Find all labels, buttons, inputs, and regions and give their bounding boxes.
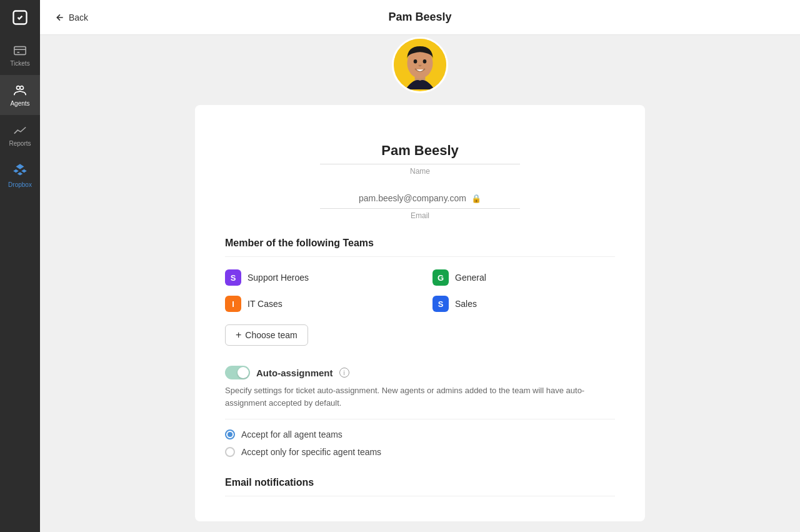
svg-point-2 (17, 86, 21, 89)
content-area: Pam Beesly Name pam.beesly@company.com 🔒… (40, 35, 800, 532)
radio-label-specific: Accept only for specific agent teams (241, 447, 381, 457)
name-field-group: Pam Beesly Name (225, 143, 615, 176)
page-title: Pam Beesly (388, 11, 451, 24)
radio-label-all: Accept for all agent teams (241, 429, 342, 439)
name-label: Name (225, 167, 615, 176)
sidebar-item-tickets[interactable]: Tickets (0, 35, 40, 75)
radio-specific-teams[interactable]: Accept only for specific agent teams (225, 447, 615, 457)
team-item-sales: S Sales (432, 296, 615, 312)
back-arrow-icon (55, 13, 65, 23)
svg-rect-1 (14, 46, 26, 54)
email-label: Email (225, 211, 615, 220)
dropbox-icon (12, 163, 28, 179)
toggle-knob (238, 367, 249, 378)
svg-point-7 (414, 59, 418, 64)
avatar (392, 37, 448, 93)
avatar-wrapper (392, 37, 448, 93)
team-badge-it: I (225, 296, 241, 312)
profile-email: pam.beesly@company.com (359, 193, 466, 203)
radio-outer-all (225, 429, 235, 439)
radio-inner-all (228, 432, 232, 437)
lock-icon: 🔒 (471, 194, 481, 203)
sidebar-item-agents[interactable]: Agents (0, 75, 40, 115)
team-name-it: IT Cases (248, 299, 282, 309)
sidebar-item-reports[interactable]: Reports (0, 115, 40, 155)
auto-assignment-label: Auto-assignment (256, 368, 333, 378)
radio-outer-specific (225, 447, 235, 457)
sidebar-item-dropbox[interactable]: Dropbox (0, 155, 40, 195)
team-badge-general: G (432, 269, 449, 286)
tickets-icon (13, 44, 27, 58)
tickets-label: Tickets (10, 60, 29, 67)
avatar-image (394, 37, 446, 91)
teams-section-title: Member of the following Teams (225, 238, 615, 257)
teams-section: Member of the following Teams S Support … (225, 238, 615, 346)
back-label: Back (69, 13, 88, 23)
auto-assignment-toggle[interactable] (225, 366, 250, 379)
auto-assignment-section: Auto-assignment i Specify settings for t… (225, 366, 615, 457)
teams-grid: S Support Heroes G General I IT Cases (225, 269, 615, 312)
team-name-general: General (455, 273, 486, 283)
profile-card: Pam Beesly Name pam.beesly@company.com 🔒… (195, 105, 645, 521)
agents-label: Agents (10, 100, 29, 107)
auto-assignment-header: Auto-assignment i (225, 366, 615, 379)
profile-name: Pam Beesly (320, 143, 520, 164)
team-name-sales: Sales (455, 299, 477, 309)
app-logo (0, 0, 40, 35)
reports-icon (13, 124, 27, 138)
radio-group: Accept for all agent teams Accept only f… (225, 429, 615, 457)
svg-point-8 (423, 59, 427, 64)
sidebar: Tickets Agents Reports Dropbox (0, 0, 40, 532)
team-name-support: Support Heroes (248, 273, 309, 283)
main-area: Back Pam Beesly (40, 0, 800, 532)
plus-icon: + (236, 330, 241, 340)
svg-point-3 (20, 86, 24, 89)
info-icon[interactable]: i (339, 368, 349, 378)
team-item-general: G General (432, 269, 615, 286)
choose-team-label: Choose team (245, 330, 297, 340)
team-badge-support: S (225, 269, 241, 286)
email-field-group: pam.beesly@company.com 🔒 Email (225, 193, 615, 220)
team-item-it-cases: I IT Cases (225, 296, 408, 312)
dropbox-label: Dropbox (8, 181, 32, 188)
team-badge-sales: S (432, 296, 449, 312)
back-button[interactable]: Back (55, 13, 88, 23)
email-notifications-title: Email notifications (225, 477, 615, 496)
choose-team-button[interactable]: + Choose team (225, 324, 308, 346)
radio-all-teams[interactable]: Accept for all agent teams (225, 429, 615, 439)
email-notifications-section: Email notifications (225, 477, 615, 496)
header: Back Pam Beesly (40, 0, 800, 35)
reports-label: Reports (9, 140, 31, 147)
auto-assignment-description: Specify settings for ticket auto-assignm… (225, 384, 615, 419)
team-item-support-heroes: S Support Heroes (225, 269, 408, 286)
agents-icon (13, 84, 27, 98)
